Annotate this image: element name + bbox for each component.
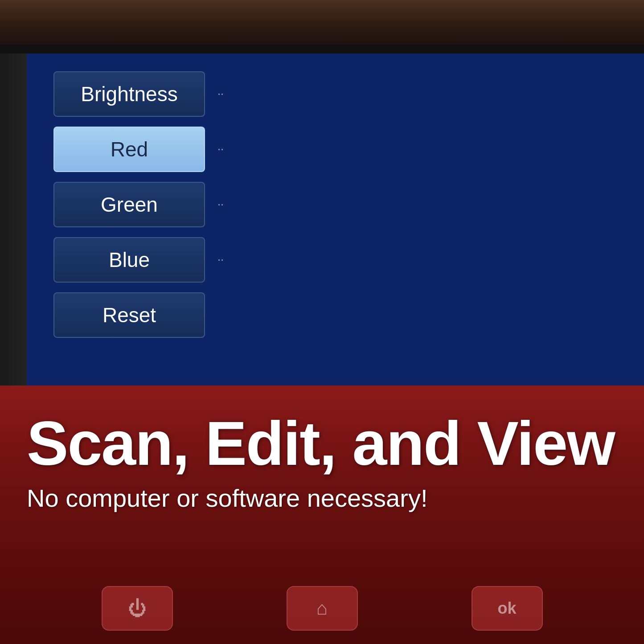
page-wrapper: Brightness Red Green Blue Reset (0, 0, 644, 644)
device-top-bezel (0, 0, 644, 53)
ok-button[interactable]: ok (472, 586, 543, 631)
bottom-buttons-row: ⏻ ⌂ ok (0, 586, 644, 631)
menu-container: Brightness Red Green Blue Reset (53, 71, 223, 338)
green-button[interactable]: Green (53, 182, 205, 227)
bottom-section: Scan, Edit, and View No computer or soft… (0, 386, 644, 644)
red-button[interactable]: Red (53, 127, 205, 172)
brightness-row: Brightness (53, 71, 223, 117)
brightness-dotted-line (218, 94, 223, 95)
device-screen: Brightness Red Green Blue Reset (27, 45, 644, 392)
blue-dotted-line (218, 259, 223, 261)
power-button[interactable]: ⏻ (102, 586, 173, 631)
blue-row: Blue (53, 237, 223, 283)
reset-button[interactable]: Reset (53, 292, 205, 338)
brightness-button[interactable]: Brightness (53, 71, 205, 117)
green-dotted-line (218, 204, 223, 205)
home-button[interactable]: ⌂ (287, 586, 358, 631)
main-headline: Scan, Edit, and View (27, 412, 617, 475)
reset-row: Reset (53, 292, 223, 338)
sub-headline: No computer or software necessary! (27, 484, 617, 513)
blue-button[interactable]: Blue (53, 237, 205, 283)
red-row: Red (53, 127, 223, 172)
red-dotted-line (218, 149, 223, 150)
green-row: Green (53, 182, 223, 227)
